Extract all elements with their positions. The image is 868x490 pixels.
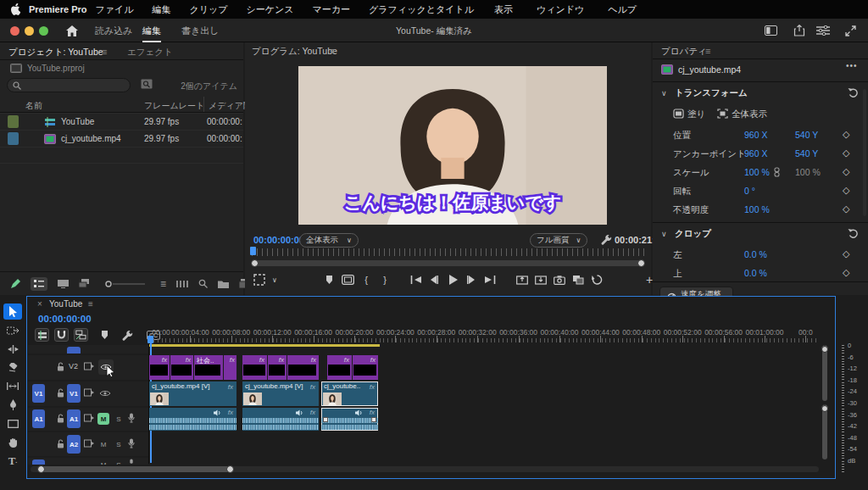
breadcrumb[interactable]: YouTube.prproj: [27, 64, 85, 73]
keyframe-diamond-icon[interactable]: ◇: [843, 267, 849, 278]
playback-quality-select[interactable]: フル画質 ∨: [530, 233, 587, 248]
track-select-tool[interactable]: [3, 322, 22, 338]
selection-tool[interactable]: [3, 303, 22, 320]
rotation-value[interactable]: 0 °: [744, 186, 755, 196]
program-current-timecode[interactable]: 00:00:00:00: [253, 235, 304, 245]
rectangle-tool[interactable]: [3, 415, 22, 432]
mute-button[interactable]: M: [97, 413, 109, 425]
zoom-level-select[interactable]: 全体表示 ∨: [299, 233, 359, 248]
wrench-icon[interactable]: [601, 234, 612, 245]
transform-section-header[interactable]: トランスフォーム: [675, 87, 748, 99]
graphic-clip[interactable]: fx: [224, 355, 236, 380]
anchor-x-value[interactable]: 960 X: [744, 148, 767, 159]
source-patch-v1[interactable]: V1: [32, 384, 45, 403]
lock-icon[interactable]: [57, 414, 64, 423]
menu-item[interactable]: ウィンドウ: [537, 3, 584, 16]
program-mini-ruler[interactable]: [252, 248, 644, 256]
timeline-ruler[interactable]: :00:0000:00:04:0000:00:08:0000:00:12:000…: [149, 327, 819, 343]
type-tool[interactable]: T.: [3, 453, 22, 469]
keyframe-diamond-icon[interactable]: ◇: [843, 203, 849, 214]
ripple-edit-tool[interactable]: [3, 341, 22, 357]
video-preview[interactable]: こんにちは！佐原まいです: [298, 66, 607, 225]
program-scrollbar[interactable]: [252, 260, 644, 266]
track-header-a2[interactable]: A2 M S: [28, 432, 148, 456]
search-input[interactable]: [7, 78, 131, 92]
fill-label[interactable]: 塗り: [687, 109, 705, 120]
sync-lock-icon[interactable]: [84, 439, 94, 448]
timeline-tab[interactable]: YouTube: [49, 299, 82, 309]
linked-selection-icon[interactable]: [74, 328, 88, 342]
more-options-icon[interactable]: •••: [846, 61, 858, 70]
timeline-h-scrollbar-track[interactable]: [31, 466, 819, 472]
home-icon[interactable]: [64, 23, 80, 38]
solo-button[interactable]: S: [113, 438, 125, 450]
timeline-panel-menu-icon[interactable]: ≡: [88, 299, 93, 309]
go-to-out-icon[interactable]: [481, 271, 499, 288]
graphic-clip[interactable]: fx: [268, 355, 287, 380]
crop-top-value[interactable]: 0.0 %: [744, 268, 767, 278]
sync-lock-icon[interactable]: [84, 414, 94, 422]
track-header-a3-partial[interactable]: M S: [28, 458, 148, 465]
program-panel-title[interactable]: プログラム: YouTube: [252, 46, 337, 58]
column-header-name[interactable]: 名前: [25, 100, 42, 112]
track-target-v1[interactable]: V1: [67, 384, 81, 403]
safe-margins-icon[interactable]: [338, 271, 357, 288]
step-forward-icon[interactable]: [462, 271, 481, 288]
sort-icon[interactable]: ≡: [160, 278, 166, 290]
settings-sliders-icon[interactable]: [815, 23, 831, 38]
sync-lock-icon[interactable]: [84, 388, 94, 397]
table-row-clip[interactable]: cj_youtube.mp4 29.97 fps 00:00:00:: [0, 130, 243, 147]
workspace-icon[interactable]: [763, 23, 778, 38]
fade-handle[interactable]: [371, 417, 376, 422]
pen-tool[interactable]: [3, 397, 22, 413]
track-header-v3-partial[interactable]: [28, 345, 148, 354]
position-x-value[interactable]: 960 X: [744, 130, 767, 140]
voice-over-mic-icon[interactable]: [128, 459, 135, 465]
tab-project[interactable]: プロジェクト: YouTube: [8, 47, 103, 58]
close-icon[interactable]: ×: [37, 299, 42, 309]
graphic-clip[interactable]: fx: [353, 355, 378, 380]
track-target-a1[interactable]: A1: [67, 409, 81, 428]
lock-icon[interactable]: [57, 388, 64, 398]
menu-item[interactable]: 表示: [494, 3, 513, 16]
keyframe-diamond-icon[interactable]: ◇: [843, 185, 849, 196]
keyframe-diamond-icon[interactable]: ◇: [843, 148, 849, 159]
track-header-v1[interactable]: V1 V1: [28, 381, 148, 406]
fit-label[interactable]: 全体表示: [732, 109, 767, 120]
crop-section-header[interactable]: クロップ: [675, 228, 711, 240]
graphic-clip[interactable]: fx: [327, 355, 352, 380]
audio-tracks-scrollbar[interactable]: [822, 406, 827, 459]
mute-button[interactable]: M: [97, 438, 109, 450]
fit-icon[interactable]: [717, 109, 728, 119]
snap-magnet-icon[interactable]: [54, 328, 69, 342]
play-icon[interactable]: [443, 271, 462, 288]
table-row-sequence[interactable]: YouTube 29.97 fps 00:00:00:: [0, 113, 243, 130]
voice-over-mic-icon[interactable]: [128, 438, 135, 448]
add-marker-icon[interactable]: [320, 271, 338, 288]
graphic-clip[interactable]: 社会..: [194, 355, 223, 380]
lock-icon[interactable]: [57, 362, 64, 371]
video-tracks-scrollbar[interactable]: [822, 347, 827, 401]
tab-import[interactable]: 読み込み: [95, 19, 133, 42]
program-panel-menu-icon[interactable]: ≡: [330, 46, 335, 56]
track-header-a1[interactable]: A1 A1 M S: [28, 408, 148, 431]
video-clip[interactable]: cj_youtube.mp4 [V] fx: [242, 381, 319, 406]
slip-tool[interactable]: [3, 378, 22, 394]
timeline-playhead[interactable]: [147, 336, 153, 343]
tab-export[interactable]: 書き出し: [181, 19, 220, 42]
menu-item[interactable]: ヘルプ: [608, 3, 637, 16]
list-view-icon[interactable]: [31, 277, 47, 291]
reset-icon[interactable]: [848, 228, 859, 238]
audio-clip[interactable]: fx: [242, 408, 319, 431]
find-icon[interactable]: [198, 279, 208, 288]
menu-item[interactable]: クリップ: [190, 3, 228, 16]
position-y-value[interactable]: 540 Y: [795, 130, 818, 140]
settings-grid-icon[interactable]: [250, 271, 269, 288]
keyframe-diamond-icon[interactable]: ◇: [843, 129, 849, 140]
lock-icon[interactable]: [57, 439, 64, 448]
tab-effects[interactable]: エフェクト: [127, 47, 173, 58]
add-marker-icon[interactable]: [100, 330, 109, 340]
menu-item[interactable]: マーカー: [313, 3, 351, 16]
label-color-chip[interactable]: [8, 132, 19, 145]
video-clip-selected[interactable]: cj_youtube.. fx: [321, 381, 378, 406]
